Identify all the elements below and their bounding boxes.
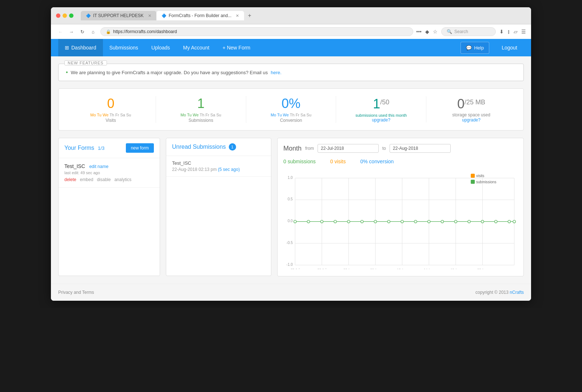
svg-text:25 Jul: 25 Jul	[291, 268, 300, 269]
chart-header: Month from to	[283, 144, 518, 153]
svg-point-23	[347, 220, 350, 223]
banner-link[interactable]: here.	[271, 70, 282, 75]
chart-from-date[interactable]	[318, 144, 379, 153]
form-edit-link[interactable]: edit name	[89, 164, 108, 169]
chart-to-label: to	[382, 146, 386, 151]
form-delete-action[interactable]: delete	[64, 177, 76, 182]
nav-new-form[interactable]: + New Form	[216, 39, 257, 56]
nav-uploads[interactable]: Uploads	[145, 39, 176, 56]
overflow-menu-icon[interactable]: •••	[416, 29, 422, 35]
security-icon: 🔒	[106, 29, 111, 34]
nav-dashboard[interactable]: ⊞ Dashboard	[58, 39, 103, 56]
url-bar[interactable]: 🔒 https://formcrafts.com/dashboard	[100, 27, 413, 36]
form-analytics-action[interactable]: analytics	[114, 177, 131, 182]
pocket-icon[interactable]: ◆	[425, 29, 429, 35]
stat-visits: 0 Mo Tu We Th Fr Sa Su Visits	[66, 96, 156, 123]
nav-submissions-label: Submissions	[109, 45, 138, 51]
bookmark-icon[interactable]: ☆	[433, 29, 438, 35]
maximize-button[interactable]	[69, 13, 73, 18]
submissions-used-denominator: /50	[380, 99, 389, 106]
submissions-label: Submissions	[163, 118, 239, 123]
svg-point-28	[414, 220, 417, 223]
svg-point-22	[334, 220, 336, 223]
library-icon[interactable]: ⫿	[507, 29, 510, 35]
forward-button[interactable]: →	[67, 27, 76, 36]
reading-view-icon[interactable]: ▱	[514, 29, 518, 35]
browser-tab-helpdesk[interactable]: 🔷 IT SUPPORT HELPDESK ✕	[81, 11, 156, 20]
form-disable-action[interactable]: disable	[97, 177, 111, 182]
panels-row: Your Forms 1/3 new form Test_ISC edit na…	[58, 138, 524, 276]
submissions-badge: 1	[229, 143, 236, 151]
svg-text:0.0: 0.0	[288, 219, 293, 223]
chart-visits-stat: 0 visits	[330, 159, 346, 164]
browser-search-bar[interactable]: 🔍 Search	[441, 27, 496, 36]
app-navigation: ⊞ Dashboard Submissions Uploads My Accou…	[51, 39, 531, 56]
stat-submissions-used: 1 /50 submissions used this month upgrad…	[336, 96, 426, 123]
tab-label-formcrafts: FormCrafts - Form Builder and...	[169, 13, 232, 18]
svg-point-36	[513, 220, 515, 223]
submissions-upgrade-link[interactable]: upgrade?	[343, 117, 419, 123]
svg-point-27	[401, 220, 403, 223]
svg-text:10 Aug: 10 Aug	[397, 268, 407, 269]
home-button[interactable]: ⌂	[89, 27, 97, 36]
nav-dashboard-label: Dashboard	[71, 45, 96, 51]
chart-panel: Month from to 0 submissions 0 visits 0% …	[277, 138, 524, 276]
submission-time-ago: (5 sec ago)	[218, 167, 240, 172]
svg-point-19	[294, 220, 296, 223]
chart-svg: 1.0 0.5 0.0 -0.5 -1.0	[283, 169, 518, 269]
minimize-button[interactable]	[63, 13, 67, 18]
chart-to-date[interactable]	[390, 144, 451, 153]
submissions-title: Unread Submissions	[172, 144, 226, 150]
menu-icon[interactable]: ☰	[521, 29, 526, 35]
svg-text:22 Aug: 22 Aug	[477, 268, 488, 269]
help-button[interactable]: 💬 💬 Help Help	[461, 42, 489, 54]
svg-point-25	[374, 220, 376, 223]
submissions-panel-header: Unread Submissions 1	[166, 138, 271, 156]
nav-logout[interactable]: Logout	[495, 39, 524, 56]
back-button[interactable]: ←	[56, 27, 65, 36]
submission-item: Test_ISC 22-Aug-2018 02:13 pm (5 sec ago…	[166, 156, 271, 177]
new-tab-button[interactable]: +	[244, 11, 255, 20]
nav-my-account[interactable]: My Account	[176, 39, 216, 56]
svg-rect-45	[471, 174, 475, 178]
nav-submissions[interactable]: Submissions	[103, 39, 145, 56]
form-embed-action[interactable]: embed	[80, 177, 93, 182]
svg-point-32	[468, 220, 470, 223]
help-icon: 💬	[466, 45, 472, 51]
svg-text:18 Aug: 18 Aug	[450, 268, 461, 269]
svg-point-24	[361, 220, 363, 223]
visits-number: 0	[73, 96, 148, 111]
submissions-used-numerator: 1	[373, 96, 380, 112]
svg-point-26	[387, 220, 390, 223]
submissions-panel: Unread Submissions 1 Test_ISC 22-Aug-201…	[166, 138, 271, 276]
chart-month-label: Month	[283, 145, 302, 152]
tab-close-helpdesk[interactable]: ✕	[148, 13, 151, 18]
chart-conversion-stat: 0% conversion	[360, 159, 394, 164]
download-icon[interactable]: ⬇	[499, 29, 504, 35]
privacy-terms-link[interactable]: Privacy and Terms	[58, 290, 94, 295]
svg-point-29	[428, 220, 430, 223]
stat-conversion: 0% Mo Tu We Th Fr Sa Su Conversion	[246, 96, 336, 123]
new-features-label: NEW FEATURES	[64, 60, 107, 65]
new-form-button[interactable]: new form	[126, 143, 154, 153]
storage-numerator: 0	[457, 96, 465, 112]
svg-text:visits: visits	[476, 174, 484, 178]
form-last-edit: last edit: 49 sec ago	[64, 171, 154, 175]
svg-text:-0.5: -0.5	[286, 241, 293, 245]
stat-storage: 0 /25 MB storage space used upgrade?	[426, 96, 516, 123]
chart-area: 1.0 0.5 0.0 -0.5 -1.0	[283, 169, 518, 270]
refresh-button[interactable]: ↻	[78, 27, 87, 36]
storage-upgrade-link[interactable]: upgrade?	[434, 117, 509, 123]
tab-icon-formcrafts: 🔷	[162, 13, 167, 18]
brand-link[interactable]: nCrafts	[510, 290, 524, 295]
svg-text:06 Aug: 06 Aug	[370, 268, 381, 269]
submissions-days: Mo Tu We Th Fr Sa Su	[163, 113, 239, 117]
footer-copyright: copyright © 2013 nCrafts	[475, 290, 524, 295]
tab-close-formcrafts[interactable]: ✕	[236, 13, 239, 18]
submissions-number: 1	[163, 96, 239, 111]
browser-tab-formcrafts[interactable]: 🔷 FormCrafts - Form Builder and... ✕	[156, 11, 244, 20]
nav-new-form-label: + New Form	[223, 45, 251, 51]
svg-point-35	[508, 220, 510, 223]
svg-point-31	[454, 220, 457, 223]
close-button[interactable]	[56, 13, 60, 18]
